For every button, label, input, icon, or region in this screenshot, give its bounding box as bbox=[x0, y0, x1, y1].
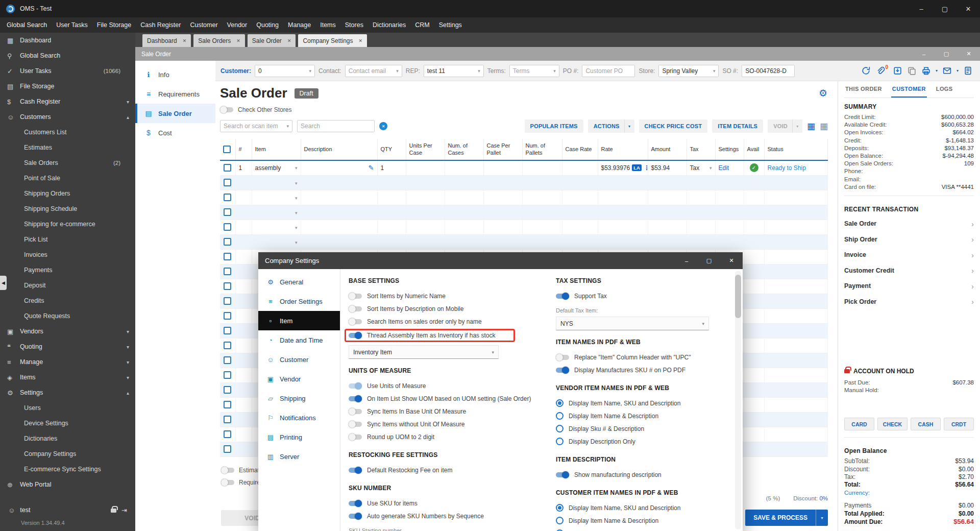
search-input[interactable]: Search bbox=[297, 120, 375, 132]
toggle-switch[interactable] bbox=[349, 513, 362, 520]
panel-tab[interactable]: LOGS bbox=[935, 81, 954, 98]
save-dropdown-icon[interactable]: ▾ bbox=[816, 510, 828, 526]
tab-close-icon[interactable]: ✕ bbox=[236, 38, 240, 43]
radio-button[interactable] bbox=[556, 399, 564, 407]
tab[interactable]: Company Settings ✕ bbox=[298, 34, 367, 47]
lock-icon[interactable] bbox=[111, 506, 116, 514]
sidebar-item[interactable]: Dictionaries bbox=[0, 431, 135, 446]
sidebar-user-row[interactable]: ☺ test ⇥ bbox=[0, 502, 135, 518]
sidebar-item[interactable]: ◈ Items ▾ bbox=[0, 370, 135, 385]
sidebar-item[interactable]: Point of Sale bbox=[0, 171, 135, 186]
sidebar-item[interactable]: Payments bbox=[0, 262, 135, 278]
dialog-minimize-button[interactable]: – bbox=[675, 252, 698, 269]
toggle-switch[interactable] bbox=[556, 367, 569, 374]
row-checkbox[interactable] bbox=[224, 430, 231, 438]
row-checkbox[interactable] bbox=[224, 179, 231, 186]
sidebar-item[interactable]: Sale Orders (2) bbox=[0, 155, 135, 171]
menu-item[interactable]: Vendor bbox=[223, 17, 252, 33]
row-checkbox[interactable] bbox=[224, 327, 231, 334]
sidebar-item[interactable]: Shipping for e-commerce bbox=[0, 216, 135, 232]
dialog-titlebar[interactable]: Company Settings – ▢ ✕ bbox=[258, 252, 743, 269]
tab[interactable]: Dashboard ✕ bbox=[142, 34, 191, 47]
sidebar-item[interactable]: ⚙ Settings ▴ bbox=[0, 385, 135, 400]
sidebar-item[interactable]: Deposit bbox=[0, 278, 135, 293]
sidebar-item[interactable]: Pick List bbox=[0, 232, 135, 247]
sidebar-item[interactable]: ⚲ Global Search bbox=[0, 48, 135, 63]
tab-close-icon[interactable]: ✕ bbox=[183, 38, 187, 43]
toggle-switch[interactable] bbox=[556, 293, 569, 300]
recent-transaction-link[interactable]: Invoice› bbox=[844, 247, 974, 263]
order-nav-item[interactable]: $ Cost bbox=[135, 123, 215, 142]
menu-item[interactable]: Cash Register bbox=[136, 17, 185, 33]
save-process-button[interactable]: SAVE & PROCESS ▾ bbox=[745, 510, 828, 526]
recent-transaction-link[interactable]: Pick Order› bbox=[844, 294, 974, 310]
settings-nav-item[interactable]: ⚐ Notifications bbox=[258, 408, 340, 427]
settings-nav-item[interactable]: ▫ Item bbox=[258, 311, 340, 330]
print-icon[interactable] bbox=[921, 66, 931, 76]
toggle-switch[interactable] bbox=[349, 395, 362, 402]
recent-transaction-link[interactable]: Customer Credit› bbox=[844, 263, 974, 279]
cell-rate[interactable]: $53.93976LA⋮ bbox=[598, 160, 648, 175]
inner-close-button[interactable]: ✕ bbox=[958, 47, 980, 61]
menu-item[interactable]: Customer bbox=[185, 17, 222, 33]
sidebar-item[interactable]: ≡ Manage ▾ bbox=[0, 354, 135, 370]
copy-icon[interactable] bbox=[907, 66, 917, 76]
void-dropdown-icon[interactable]: ▾ bbox=[792, 119, 802, 133]
row-checkbox[interactable] bbox=[224, 401, 231, 408]
edit-link[interactable]: Edit bbox=[719, 164, 729, 172]
toggle-switch[interactable] bbox=[349, 467, 362, 474]
radio-button[interactable] bbox=[556, 412, 564, 420]
inner-maximize-button[interactable]: ▢ bbox=[935, 47, 958, 61]
row-checkbox[interactable] bbox=[224, 238, 231, 246]
row-checkbox[interactable] bbox=[224, 208, 231, 216]
menu-item[interactable]: Items bbox=[315, 17, 340, 33]
row-checkbox[interactable] bbox=[224, 416, 231, 423]
row-checkbox[interactable] bbox=[224, 164, 231, 172]
estimate-toggle[interactable] bbox=[221, 467, 234, 474]
discount-value[interactable]: 0% bbox=[819, 495, 828, 501]
store-field[interactable]: Spring Valley▾ bbox=[658, 65, 719, 77]
dialog-close-button[interactable]: ✕ bbox=[720, 252, 743, 269]
settings-nav-item[interactable]: ≡ Order Settings bbox=[258, 292, 340, 311]
row-checkbox[interactable] bbox=[224, 386, 231, 394]
toggle-switch[interactable] bbox=[349, 433, 362, 441]
menu-item[interactable]: Global Search bbox=[2, 17, 52, 33]
cell-settings[interactable]: Edit bbox=[715, 160, 744, 175]
popular-items-button[interactable]: POPULAR ITEMS bbox=[525, 119, 583, 133]
order-nav-item[interactable]: ▤ Sale Order bbox=[135, 104, 215, 123]
sidebar-item[interactable]: Shipping Schedule bbox=[0, 201, 135, 216]
toggle-switch[interactable] bbox=[556, 354, 569, 361]
row-checkbox[interactable] bbox=[224, 282, 231, 290]
sidebar-item[interactable]: Users bbox=[0, 400, 135, 416]
cell-item[interactable]: assembly▾ bbox=[252, 160, 301, 175]
settings-nav-item[interactable]: ▱ Shipping bbox=[258, 389, 340, 408]
po-field[interactable]: Customer PO bbox=[582, 65, 635, 77]
toggle-switch[interactable] bbox=[349, 500, 362, 507]
void-button[interactable]: VOID▾ bbox=[768, 119, 802, 133]
actions-dropdown-icon[interactable]: ▾ bbox=[624, 119, 634, 133]
payment-method-button[interactable]: CASH bbox=[911, 418, 941, 430]
download-icon[interactable] bbox=[893, 66, 902, 76]
tab-close-icon[interactable]: ✕ bbox=[287, 38, 291, 43]
edit-pencil-icon[interactable]: ✎ bbox=[369, 164, 374, 172]
recent-transaction-link[interactable]: Payment› bbox=[844, 278, 974, 294]
toggle-switch[interactable] bbox=[349, 421, 362, 428]
check-other-stores-toggle[interactable] bbox=[220, 106, 233, 113]
toggle-switch[interactable] bbox=[349, 318, 362, 325]
sidebar-item[interactable]: E-commerce Sync Settings bbox=[0, 462, 135, 477]
clear-search-icon[interactable]: ✕ bbox=[379, 122, 387, 130]
toggle-switch[interactable] bbox=[349, 408, 362, 415]
row-checkbox[interactable] bbox=[224, 253, 231, 260]
payment-method-button[interactable]: CARD bbox=[844, 418, 874, 430]
sidebar-item[interactable]: Credits bbox=[0, 293, 135, 308]
row-checkbox[interactable] bbox=[224, 356, 231, 364]
settings-scrollbar[interactable] bbox=[735, 271, 741, 529]
menu-item[interactable]: Dictionaries bbox=[368, 17, 410, 33]
order-nav-item[interactable]: ≡ Requirements bbox=[135, 84, 215, 104]
close-button[interactable]: ✕ bbox=[957, 0, 980, 17]
print-dropdown-icon[interactable]: ▾ bbox=[936, 68, 938, 73]
item-details-button[interactable]: ITEM DETAILS bbox=[712, 119, 763, 133]
menu-item[interactable]: File Storage bbox=[92, 17, 136, 33]
radio-button[interactable] bbox=[556, 504, 564, 512]
sidebar-item[interactable]: ❝ Quoting ▾ bbox=[0, 339, 135, 354]
